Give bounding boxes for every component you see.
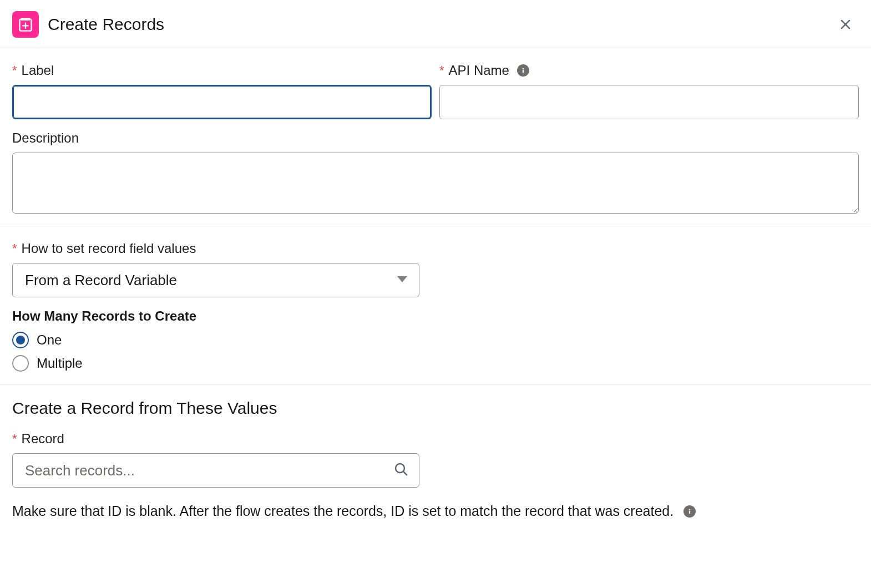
how-many-radio-group: One Multiple — [12, 332, 859, 372]
radio-selected-icon — [12, 332, 29, 348]
create-records-icon — [12, 11, 39, 38]
how-to-set-label: * How to set record field values — [12, 241, 859, 256]
svg-rect-12 — [689, 511, 690, 514]
label-input[interactable] — [12, 85, 432, 119]
svg-rect-7 — [523, 70, 524, 73]
label-text: Label — [22, 63, 54, 78]
radio-unselected-icon — [12, 355, 29, 372]
label-field-group: * Label — [12, 63, 432, 119]
radio-multiple[interactable]: Multiple — [12, 355, 859, 372]
create-from-values-section: Create a Record from These Values * Reco… — [0, 384, 871, 531]
description-field-label: Description — [12, 130, 859, 146]
required-indicator: * — [12, 63, 17, 78]
how-to-set-select-wrap: From a Record Variable — [12, 263, 419, 297]
api-name-field-group: * API Name — [439, 63, 859, 119]
close-button[interactable] — [837, 16, 854, 33]
dialog-header: Create Records — [0, 0, 871, 48]
description-field-group: Description — [12, 130, 859, 214]
description-textarea[interactable] — [12, 153, 859, 214]
api-name-input[interactable] — [439, 85, 859, 119]
radio-one-label: One — [37, 332, 62, 348]
how-to-set-select[interactable]: From a Record Variable — [12, 263, 419, 297]
required-indicator: * — [12, 432, 17, 446]
how-many-heading: How Many Records to Create — [12, 308, 859, 324]
how-to-set-text: How to set record field values — [22, 241, 196, 256]
record-text: Record — [22, 431, 64, 447]
svg-point-11 — [689, 509, 691, 510]
how-to-set-field-group: * How to set record field values From a … — [12, 241, 859, 297]
dialog-title: Create Records — [48, 15, 164, 34]
config-section: * How to set record field values From a … — [0, 226, 871, 384]
api-name-text: API Name — [449, 63, 509, 78]
close-icon — [839, 18, 852, 31]
svg-point-6 — [523, 68, 524, 70]
help-text-row: Make sure that ID is blank. After the fl… — [12, 503, 859, 519]
help-text: Make sure that ID is blank. After the fl… — [12, 503, 673, 519]
radio-one[interactable]: One — [12, 332, 859, 348]
required-indicator: * — [12, 241, 17, 256]
create-from-values-heading: Create a Record from These Values — [12, 399, 859, 418]
info-icon[interactable] — [683, 505, 696, 518]
api-name-field-label: * API Name — [439, 63, 859, 78]
label-field-label: * Label — [12, 63, 432, 78]
record-search-wrap — [12, 453, 419, 488]
basic-info-section: * Label * API Name Description — [0, 48, 871, 226]
required-indicator: * — [439, 63, 444, 78]
record-search-input[interactable] — [12, 453, 419, 488]
record-field-group: * Record — [12, 431, 859, 488]
description-text: Description — [12, 130, 79, 146]
radio-multiple-label: Multiple — [37, 356, 83, 371]
record-field-label: * Record — [12, 431, 859, 447]
how-to-set-selected: From a Record Variable — [25, 272, 177, 289]
info-icon[interactable] — [517, 64, 529, 77]
